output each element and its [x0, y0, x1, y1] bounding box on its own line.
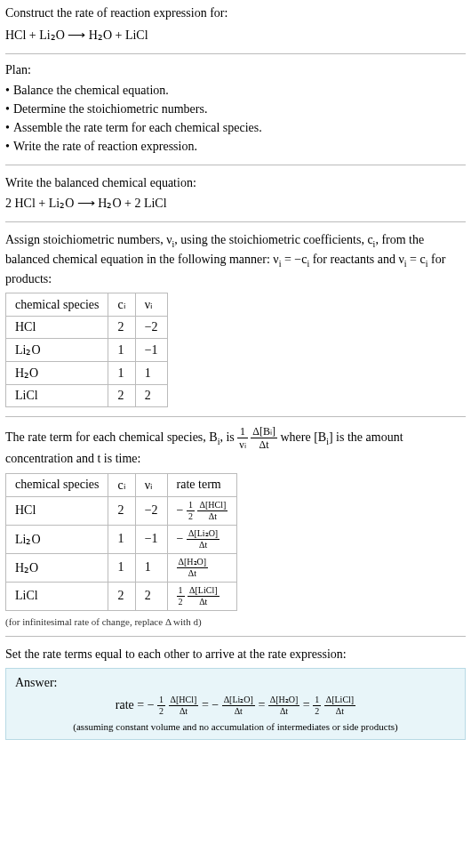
- text: = −c: [281, 253, 307, 266]
- plan-text: Balance the chemical equation.: [13, 84, 169, 97]
- cell: 1: [108, 362, 135, 385]
- col-ci: cᵢ: [108, 293, 135, 317]
- numerator: Δ[Bᵢ]: [251, 426, 277, 438]
- table-row: HCl 2 −2 − 12 Δ[HCl]Δt: [6, 496, 237, 525]
- text: , using the stoichiometric coefficients,…: [174, 233, 372, 246]
- plan-text: Determine the stoichiometric numbers.: [13, 102, 208, 116]
- cell: 2: [108, 582, 135, 610]
- cell: 2: [108, 385, 135, 407]
- table-row: H₂O 1 1 Δ[H₂O]Δt: [6, 553, 237, 582]
- cell: 1: [108, 339, 135, 362]
- answer-label: Answer:: [15, 676, 456, 690]
- col-ci: cᵢ: [108, 473, 135, 496]
- cell: 1: [135, 553, 167, 582]
- fraction: Δ[HCl]Δt: [197, 501, 228, 521]
- cell: HCl: [6, 496, 108, 525]
- cell: −2: [135, 317, 167, 339]
- denominator: 2: [157, 706, 165, 716]
- numerator: Δ[H₂O]: [177, 558, 209, 568]
- fraction: Δ[LiCl]Δt: [324, 695, 355, 716]
- plan-text: Assemble the rate term for each chemical…: [13, 121, 262, 134]
- sign: −: [177, 531, 184, 544]
- table-row: Li₂O1−1: [6, 339, 168, 362]
- fraction: Δ[HCl]Δt: [169, 695, 199, 716]
- denominator: Δt: [222, 706, 255, 716]
- denominator: Δt: [197, 511, 228, 521]
- bullet-icon: •: [5, 84, 10, 97]
- cell-rate: − 12 Δ[HCl]Δt: [167, 496, 237, 525]
- col-species: chemical species: [6, 293, 108, 317]
- denominator: Δt: [324, 706, 355, 716]
- cell: LiCl: [6, 582, 108, 610]
- stoich-table: chemical species cᵢ νᵢ HCl2−2 Li₂O1−1 H₂…: [5, 293, 168, 407]
- cell: H₂O: [6, 362, 108, 385]
- text: =: [258, 698, 267, 711]
- denominator: νᵢ: [237, 438, 247, 450]
- cell-rate: 12 Δ[LiCl]Δt: [167, 582, 237, 610]
- divider: [5, 221, 466, 222]
- numerator: Δ[HCl]: [197, 501, 228, 511]
- bullet-icon: •: [5, 102, 10, 116]
- text: for reactants and ν: [309, 253, 404, 266]
- fraction: 12: [157, 695, 165, 716]
- rate-term-section: The rate term for each chemical species,…: [5, 426, 466, 627]
- prompt-section: Construct the rate of reaction expressio…: [5, 5, 466, 44]
- numerator: Δ[Li₂O]: [222, 695, 255, 706]
- plan-title: Plan:: [5, 63, 466, 77]
- numerator: 1: [157, 695, 165, 706]
- text: , is: [220, 430, 237, 444]
- col-species: chemical species: [6, 473, 108, 496]
- text: Assign stoichiometric numbers, ν: [5, 233, 172, 246]
- denominator: 2: [187, 511, 195, 521]
- table-header-row: chemical species cᵢ νᵢ: [6, 293, 168, 317]
- final-section: Set the rate terms equal to each other t…: [5, 646, 466, 741]
- denominator: Δt: [268, 706, 300, 716]
- numerator: Δ[LiCl]: [188, 586, 219, 597]
- cell: LiCl: [6, 385, 108, 407]
- bullet-icon: •: [5, 121, 10, 134]
- cell: −1: [135, 339, 167, 362]
- stoich-text: Assign stoichiometric numbers, νi, using…: [5, 231, 466, 287]
- table-row: H₂O11: [6, 362, 168, 385]
- text: =: [303, 698, 313, 711]
- answer-note: (assuming constant volume and no accumul…: [15, 721, 456, 732]
- fraction: Δ[Li₂O]Δt: [222, 695, 255, 716]
- cell: 1: [135, 362, 167, 385]
- numerator: Δ[H₂O]: [268, 695, 300, 706]
- numerator: 1: [237, 426, 247, 438]
- plan-item: •Balance the chemical equation.: [5, 81, 466, 100]
- plan-item: •Write the rate of reaction expression.: [5, 137, 466, 156]
- fraction: 1νᵢ: [237, 426, 247, 450]
- rate-table: chemical species cᵢ νᵢ rate term HCl 2 −…: [5, 473, 237, 611]
- col-vi: νᵢ: [135, 473, 167, 496]
- text: = c: [407, 253, 426, 266]
- cell: −2: [135, 496, 167, 525]
- divider: [5, 165, 466, 165]
- balanced-equation: 2 HCl + Li₂O ⟶ H₂O + 2 LiCl: [5, 195, 466, 213]
- cell: −1: [135, 525, 167, 553]
- cell: 2: [135, 582, 167, 610]
- prompt-text: Construct the rate of reaction expressio…: [5, 5, 466, 21]
- bullet-icon: •: [5, 140, 10, 153]
- numerator: Δ[HCl]: [169, 695, 199, 706]
- divider: [5, 416, 466, 417]
- text: rate = −: [116, 698, 155, 711]
- cell: Li₂O: [6, 525, 108, 553]
- cell-rate: Δ[H₂O]Δt: [167, 553, 237, 582]
- answer-box: Answer: rate = − 12 Δ[HCl]Δt = − Δ[Li₂O]…: [5, 668, 466, 740]
- denominator: Δt: [177, 568, 209, 578]
- fraction: 12: [177, 586, 185, 607]
- balanced-prompt: Write the balanced chemical equation:: [5, 174, 466, 192]
- cell: 2: [108, 496, 135, 525]
- col-rate: rate term: [167, 473, 237, 496]
- table-header-row: chemical species cᵢ νᵢ rate term: [6, 473, 237, 496]
- numerator: Δ[LiCl]: [324, 695, 355, 706]
- divider: [5, 636, 466, 637]
- text: = −: [202, 698, 219, 711]
- numerator: 1: [313, 695, 321, 706]
- divider: [5, 53, 466, 54]
- table-row: LiCl 2 2 12 Δ[LiCl]Δt: [6, 582, 237, 610]
- fraction: Δ[H₂O]Δt: [177, 558, 209, 578]
- text: where [B: [280, 430, 326, 444]
- fraction: 12: [187, 501, 195, 521]
